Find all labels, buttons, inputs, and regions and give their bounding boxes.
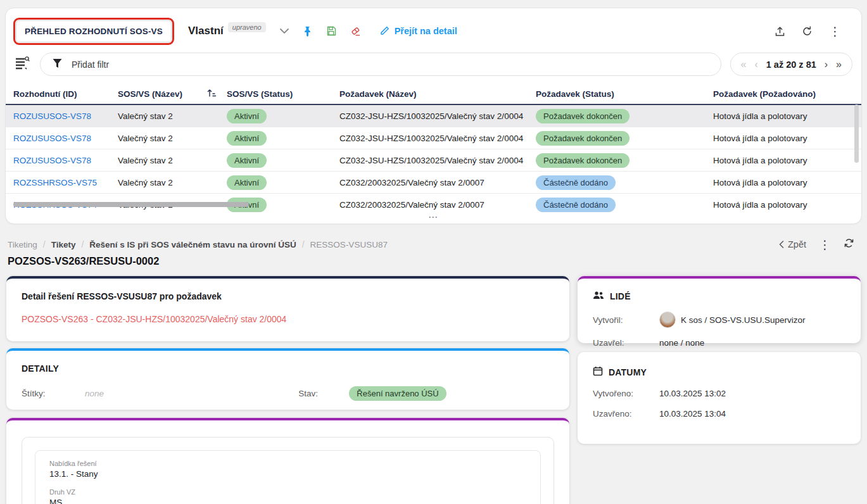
table-row[interactable]: ROZUSUSOS-VS78Valečný stav 2AktivníCZ032… — [6, 149, 861, 172]
panel-resize-handle[interactable]: ⋯ — [6, 212, 861, 222]
pagination: « ‹ 1 až 20 z 81 › » — [730, 53, 852, 76]
table-row[interactable]: ROZUSUSOS-VS78Valečný stav 2AktivníCZ032… — [6, 105, 861, 127]
breadcrumb-item-tiketing[interactable]: Tiketing — [8, 240, 37, 249]
request-name: CZ032-JSU-HZS/10032025/Valečný stav 2/00… — [339, 156, 536, 165]
closed-at-value: 10.03.2025 13:04 — [659, 409, 726, 419]
go-to-detail-link[interactable]: Přejít na detail — [380, 25, 457, 37]
sosvs-status: Aktivní — [227, 131, 339, 146]
column-header-request-status[interactable]: Požadavek (Status) — [536, 89, 713, 99]
preset-modified-badge: upraveno — [228, 22, 266, 32]
refresh-icon[interactable] — [802, 26, 813, 37]
request-status: Částečně dodáno — [536, 198, 713, 212]
request-requested: Hotová jídla a polotovary — [713, 200, 861, 210]
breadcrumb-item-tikety[interactable]: Tikety — [51, 240, 76, 249]
sort-ascending-icon[interactable] — [207, 89, 217, 99]
export-icon[interactable] — [775, 26, 785, 37]
back-button[interactable]: Zpět — [779, 239, 806, 249]
go-to-detail-label: Přejít na detail — [395, 26, 457, 36]
solution-summary-card: Detail řešení RESSOS-VSUSU87 pro požadav… — [6, 276, 569, 341]
form-group: Nabídka řešení 13.1. - Stany Druh VZ MS — [22, 437, 554, 504]
sosvs-status: Aktivní — [227, 153, 339, 168]
state-badge: Řešení navrženo ÚSÚ — [349, 386, 446, 401]
request-link[interactable]: POZSOS-VS263 - CZ032-JSU-HZS/10032025/Va… — [22, 314, 554, 324]
prev-page-button[interactable]: ‹ — [754, 60, 757, 70]
detail-kebab-menu-icon[interactable]: ⋮ — [819, 239, 831, 251]
kebab-menu-icon[interactable]: ⋮ — [829, 25, 841, 37]
save-icon[interactable] — [326, 26, 336, 36]
decision-id-link[interactable]: ROZUSUSOS-VS78 — [13, 134, 118, 143]
created-by-value[interactable]: K sos / SOS-VS.USU.Supervizor — [681, 315, 806, 325]
next-page-button[interactable]: › — [825, 60, 828, 70]
people-card-title: LIDÉ — [610, 291, 631, 301]
sosvs-name: Valečný stav 2 — [118, 111, 227, 121]
table-body: ROZUSUSOS-VS78Valečný stav 2AktivníCZ032… — [6, 105, 861, 214]
field-value[interactable]: 13.1. - Stany — [49, 469, 526, 479]
funnel-icon — [52, 58, 63, 71]
pagination-label: 1 až 20 z 81 — [766, 60, 816, 70]
horizontal-scrollbar[interactable] — [13, 202, 249, 207]
table-row[interactable]: ROZUSUSOS-VS78Valečný stav 2AktivníCZ032… — [6, 127, 861, 149]
solution-form-card: Nabídka řešení 13.1. - Stany Druh VZ MS — [6, 418, 569, 504]
field-value[interactable]: MS — [49, 498, 526, 504]
request-name: CZ032-JSU-HZS/10032025/Valečný stav 2/00… — [339, 111, 536, 121]
first-page-button[interactable]: « — [741, 60, 747, 70]
people-icon — [593, 291, 604, 301]
chevron-down-icon[interactable] — [280, 28, 289, 34]
pin-icon[interactable] — [303, 26, 312, 37]
status-badge: Požadavek dokončen — [536, 109, 630, 123]
column-header-request-requested[interactable]: Požadavek (Požadováno) — [713, 89, 861, 99]
sync-icon[interactable] — [844, 238, 854, 251]
page-title: POZSOS-VS263/RESUSU-0002 — [8, 255, 859, 267]
decision-id-link[interactable]: ROZUSUSOS-VS78 — [13, 111, 118, 121]
request-name: CZ032-JSU-HZS/10032025/Valečný stav 2/00… — [339, 134, 536, 143]
panel-header: PŘEHLED ROZHODNUTÍ SOS-VS Vlastní uprave… — [6, 8, 861, 44]
add-filter-input[interactable] — [72, 60, 709, 70]
breadcrumb-item-current: RESSOS-VSUSU87 — [310, 240, 388, 249]
column-header-request-name[interactable]: Požadavek (Název) — [339, 89, 536, 99]
created-at-value: 10.03.2025 13:02 — [659, 389, 726, 398]
people-card: LIDÉ Vytvořil: K sos / SOS-VS.USU.Superv… — [578, 276, 861, 343]
decision-id-link[interactable]: ROZUSUSOS-VS78 — [13, 156, 118, 165]
sosvs-status: Aktivní — [227, 175, 339, 190]
form-field-nabidka: Nabídka řešení 13.1. - Stany — [49, 460, 526, 479]
closed-at-label: Uzavřeno: — [593, 409, 659, 419]
request-requested: Hotová jídla a polotovary — [713, 111, 861, 121]
request-requested: Hotová jídla a polotovary — [713, 156, 861, 165]
status-badge: Částečně dodáno — [536, 175, 616, 190]
table-row[interactable]: ROZSSHRSOS-VS75Valečný stav 2AktivníCZ03… — [6, 172, 861, 194]
sosvs-name: Valečný stav 2 — [118, 156, 227, 165]
status-badge: Aktivní — [227, 109, 267, 123]
vertical-scrollbar[interactable] — [854, 104, 859, 163]
request-status: Požadavek dokončen — [536, 131, 713, 146]
created-at-label: Vytvořeno: — [593, 389, 659, 398]
breadcrumb: Tiketing / Tikety / Řešení s IS při SOS … — [8, 239, 388, 249]
column-header-decision-id[interactable]: Rozhodnutí (ID) — [13, 89, 118, 99]
detail-actions: Zpět ⋮ — [779, 238, 854, 251]
preset-name[interactable]: Vlastní — [188, 25, 224, 37]
filter-input-wrap — [40, 53, 721, 76]
column-header-sosvs-status[interactable]: SOS/VS (Status) — [227, 89, 339, 99]
avatar[interactable] — [659, 312, 676, 328]
status-badge: Požadavek dokončen — [536, 153, 630, 168]
last-page-button[interactable]: » — [836, 60, 842, 70]
eraser-icon[interactable] — [350, 26, 361, 36]
panel-actions: ⋮ — [775, 25, 841, 37]
solution-summary-title: Detail řešení RESSOS-VSUSU87 pro požadav… — [22, 291, 554, 301]
column-settings-icon[interactable] — [15, 56, 31, 73]
decisions-table: Rozhodnutí (ID) SOS/VS (Název) SOS/VS (S… — [6, 84, 861, 214]
request-status: Částečně dodáno — [536, 175, 713, 190]
request-name: CZ032/20032025/Valečný stav 2/0007 — [339, 178, 536, 187]
decisions-overview-panel: PŘEHLED ROZHODNUTÍ SOS-VS Vlastní uprave… — [5, 8, 862, 224]
status-badge: Aktivní — [227, 153, 267, 168]
decision-id-link[interactable]: ROZSSHRSOS-VS75 — [13, 178, 118, 187]
column-header-sosvs-name[interactable]: SOS/VS (Název) — [118, 89, 227, 99]
annotation-highlight-box: PŘEHLED ROZHODNUTÍ SOS-VS — [13, 18, 174, 45]
form-field-druh-vz: Druh VZ MS — [49, 488, 526, 504]
view-selector[interactable]: PŘEHLED ROZHODNUTÍ SOS-VS — [16, 20, 172, 42]
request-requested: Hotová jídla a polotovary — [713, 178, 861, 187]
request-name: CZ032/20032025/Valečný stav 2/0007 — [339, 200, 536, 210]
breadcrumb-item-reseni[interactable]: Řešení s IS při SOS válečném stavu na úr… — [89, 240, 296, 249]
dates-card: DATUMY Vytvořeno: 10.03.2025 13:02 Uzavř… — [578, 352, 861, 444]
request-requested: Hotová jídla a polotovary — [713, 134, 861, 143]
chevron-left-icon — [779, 241, 784, 248]
